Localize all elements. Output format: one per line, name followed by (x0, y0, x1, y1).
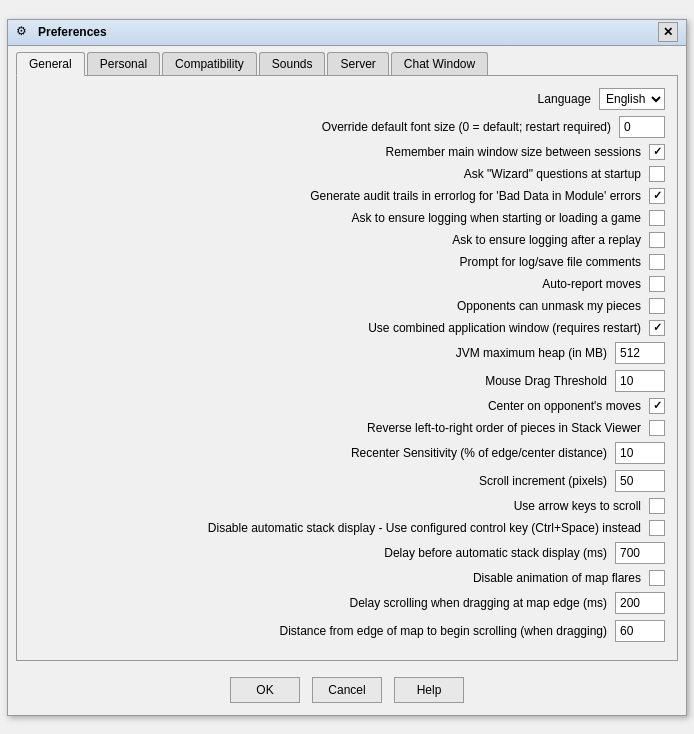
combined-window-checkbox[interactable] (649, 320, 665, 336)
auto-report-checkbox[interactable] (649, 276, 665, 292)
disable-stack-checkbox[interactable] (649, 520, 665, 536)
combined-window-row: Use combined application window (require… (29, 320, 665, 336)
disable-stack-row: Disable automatic stack display - Use co… (29, 520, 665, 536)
tab-server[interactable]: Server (327, 52, 388, 75)
scroll-increment-control (615, 470, 665, 492)
log-comments-row: Prompt for log/save file comments (29, 254, 665, 270)
unmask-checkbox[interactable] (649, 298, 665, 314)
distance-scroll-row: Distance from edge of map to begin scrol… (29, 620, 665, 642)
language-control: English (599, 88, 665, 110)
delay-stack-label: Delay before automatic stack display (ms… (29, 546, 615, 560)
delay-scroll-label: Delay scrolling when dragging at map edg… (29, 596, 615, 610)
language-select[interactable]: English (600, 89, 664, 109)
arrow-keys-checkbox[interactable] (649, 498, 665, 514)
center-moves-row: Center on opponent's moves (29, 398, 665, 414)
mouse-drag-row: Mouse Drag Threshold (29, 370, 665, 392)
tab-compatibility[interactable]: Compatibility (162, 52, 257, 75)
footer: OK Cancel Help (8, 669, 686, 715)
log-comments-control (649, 254, 665, 270)
recenter-sensitivity-control (615, 442, 665, 464)
close-button[interactable]: ✕ (658, 22, 678, 42)
log-comments-checkbox[interactable] (649, 254, 665, 270)
wizard-control (649, 166, 665, 182)
arrow-keys-label: Use arrow keys to scroll (29, 499, 649, 513)
logging-replay-label: Ask to ensure logging after a replay (29, 233, 649, 247)
audit-checkbox[interactable] (649, 188, 665, 204)
language-select-wrapper[interactable]: English (599, 88, 665, 110)
disable-animation-control (649, 570, 665, 586)
cancel-button[interactable]: Cancel (312, 677, 382, 703)
app-icon: ⚙ (16, 24, 32, 40)
mouse-drag-input[interactable] (615, 370, 665, 392)
jvm-heap-row: JVM maximum heap (in MB) (29, 342, 665, 364)
unmask-control (649, 298, 665, 314)
auto-report-row: Auto-report moves (29, 276, 665, 292)
disable-stack-label: Disable automatic stack display - Use co… (29, 521, 649, 535)
delay-stack-row: Delay before automatic stack display (ms… (29, 542, 665, 564)
recenter-sensitivity-input[interactable] (615, 442, 665, 464)
disable-animation-label: Disable animation of map flares (29, 571, 649, 585)
tab-personal[interactable]: Personal (87, 52, 160, 75)
delay-scroll-row: Delay scrolling when dragging at map edg… (29, 592, 665, 614)
center-moves-control (649, 398, 665, 414)
jvm-heap-label: JVM maximum heap (in MB) (29, 346, 615, 360)
language-row: Language English (29, 88, 665, 110)
delay-scroll-control (615, 592, 665, 614)
distance-scroll-label: Distance from edge of map to begin scrol… (29, 624, 615, 638)
language-label: Language (29, 92, 599, 106)
wizard-row: Ask "Wizard" questions at startup (29, 166, 665, 182)
delay-scroll-input[interactable] (615, 592, 665, 614)
reverse-order-checkbox[interactable] (649, 420, 665, 436)
tab-general[interactable]: General (16, 52, 85, 76)
scroll-increment-label: Scroll increment (pixels) (29, 474, 615, 488)
disable-animation-checkbox[interactable] (649, 570, 665, 586)
scroll-increment-input[interactable] (615, 470, 665, 492)
font-size-label: Override default font size (0 = default;… (29, 120, 619, 134)
distance-scroll-control (615, 620, 665, 642)
jvm-heap-input[interactable] (615, 342, 665, 364)
preferences-window: ⚙ Preferences ✕ General Personal Compati… (7, 19, 687, 716)
logging-start-label: Ask to ensure logging when starting or l… (29, 211, 649, 225)
remember-window-label: Remember main window size between sessio… (29, 145, 649, 159)
disable-animation-row: Disable animation of map flares (29, 570, 665, 586)
reverse-order-control (649, 420, 665, 436)
distance-scroll-input[interactable] (615, 620, 665, 642)
center-moves-checkbox[interactable] (649, 398, 665, 414)
wizard-checkbox[interactable] (649, 166, 665, 182)
font-size-input[interactable] (619, 116, 665, 138)
scroll-increment-row: Scroll increment (pixels) (29, 470, 665, 492)
logging-replay-checkbox[interactable] (649, 232, 665, 248)
help-button[interactable]: Help (394, 677, 464, 703)
unmask-row: Opponents can unmask my pieces (29, 298, 665, 314)
window-title: Preferences (38, 25, 107, 39)
recenter-sensitivity-label: Recenter Sensitivity (% of edge/center d… (29, 446, 615, 460)
logging-start-control (649, 210, 665, 226)
logging-start-row: Ask to ensure logging when starting or l… (29, 210, 665, 226)
delay-stack-control (615, 542, 665, 564)
center-moves-label: Center on opponent's moves (29, 399, 649, 413)
tab-chat-window[interactable]: Chat Window (391, 52, 488, 75)
arrow-keys-control (649, 498, 665, 514)
mouse-drag-label: Mouse Drag Threshold (29, 374, 615, 388)
audit-label: Generate audit trails in errorlog for 'B… (29, 189, 649, 203)
title-bar-left: ⚙ Preferences (16, 24, 107, 40)
logging-start-checkbox[interactable] (649, 210, 665, 226)
remember-window-row: Remember main window size between sessio… (29, 144, 665, 160)
audit-row: Generate audit trails in errorlog for 'B… (29, 188, 665, 204)
ok-button[interactable]: OK (230, 677, 300, 703)
reverse-order-row: Reverse left-to-right order of pieces in… (29, 420, 665, 436)
remember-window-checkbox[interactable] (649, 144, 665, 160)
tab-sounds[interactable]: Sounds (259, 52, 326, 75)
font-size-control (619, 116, 665, 138)
tab-bar: General Personal Compatibility Sounds Se… (8, 46, 686, 75)
audit-control (649, 188, 665, 204)
remember-window-control (649, 144, 665, 160)
reverse-order-label: Reverse left-to-right order of pieces in… (29, 421, 649, 435)
unmask-label: Opponents can unmask my pieces (29, 299, 649, 313)
arrow-keys-row: Use arrow keys to scroll (29, 498, 665, 514)
disable-stack-control (649, 520, 665, 536)
logging-replay-row: Ask to ensure logging after a replay (29, 232, 665, 248)
auto-report-label: Auto-report moves (29, 277, 649, 291)
delay-stack-input[interactable] (615, 542, 665, 564)
combined-window-label: Use combined application window (require… (29, 321, 649, 335)
